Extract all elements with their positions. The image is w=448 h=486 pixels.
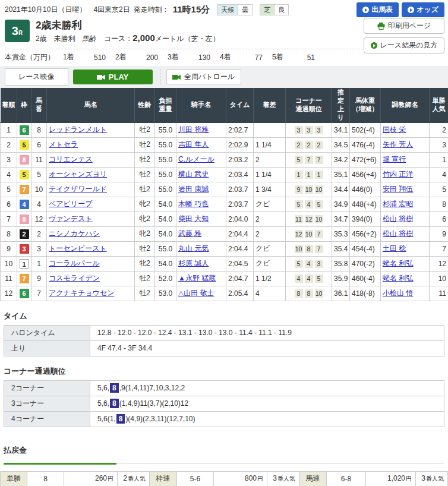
frame-badge: 7: [20, 185, 29, 194]
margin: クビ: [254, 256, 286, 271]
trainer-link[interactable]: 小桧山 悟: [383, 289, 413, 297]
jockey-name: 杉原 誠人: [176, 256, 226, 271]
jockey-link[interactable]: 川田 将雅: [178, 125, 209, 134]
race-name: 2歳未勝利: [36, 20, 220, 31]
trainer-link[interactable]: 堀 宣行: [383, 155, 406, 163]
win-favorite: 2: [430, 122, 448, 137]
race-number: 3: [12, 24, 18, 38]
frame-badge: 3: [17, 241, 31, 256]
trainer-name: 松山 将樹: [381, 212, 430, 226]
prize-place: 1着: [63, 52, 81, 62]
horse-name-link[interactable]: ニシノカケハシ: [49, 229, 100, 238]
horse-number: 5: [31, 167, 47, 182]
jockey-link[interactable]: ▲永野 猛蔵: [178, 274, 216, 282]
sex-age: 牡2: [135, 122, 155, 137]
corner-positions: 1087: [286, 241, 332, 256]
horse-number: 7: [31, 286, 47, 301]
result-guide-button[interactable]: レース結果の見方: [364, 37, 444, 53]
patrol-video-button[interactable]: 全周パトロール: [166, 70, 241, 84]
table-row: 3811コリエンテス牡255.0C.ルメール2:03.2257734.2472(…: [1, 152, 448, 167]
horse-name-link[interactable]: オーシャンズヨリ: [49, 170, 107, 178]
furlong-time-label: ハロンタイム: [4, 325, 90, 340]
trainer-link[interactable]: 蛯名 利弘: [383, 259, 413, 267]
jockey-link[interactable]: △山田 敬士: [178, 289, 214, 297]
horse-number: 9: [31, 271, 47, 286]
table-row: 2コーナー 5,6,8,9(1,4,11)7,10,3,12,2: [4, 380, 444, 396]
corner-position-chip: 2: [295, 141, 303, 149]
trainer-link[interactable]: 松山 将樹: [383, 229, 413, 238]
horse-name-link[interactable]: テイクザワールド: [49, 185, 107, 193]
trainer-link[interactable]: 国枝 栄: [383, 125, 406, 134]
trainer-link[interactable]: 土田 稔: [383, 244, 406, 253]
sex-age: 牡2: [135, 152, 155, 167]
horse-name-link[interactable]: コリエンテス: [49, 155, 93, 163]
print-button-label: 印刷用ページ: [388, 21, 431, 31]
corner-3-label: 3コーナー: [4, 396, 90, 411]
sex-age: 牝2: [135, 256, 155, 271]
final-time: 2:03.2: [226, 152, 254, 167]
horse-name-link[interactable]: メトセラ: [49, 140, 78, 149]
horse-name: テイクザワールド: [47, 182, 135, 197]
horse-name-link[interactable]: ベアビリーブ: [49, 200, 92, 208]
horse-name-link[interactable]: ヴァンデスト: [49, 214, 93, 223]
corner-position-chip: 3: [315, 126, 323, 134]
corner-position-chip: 10: [315, 185, 323, 194]
corner-position-chip: 10: [305, 185, 313, 194]
trainer-link[interactable]: 杉浦 宏昭: [383, 200, 413, 208]
race-video-label: レース映像: [5, 68, 68, 86]
horse-name: コーラルパール: [47, 256, 135, 271]
finish-position: 1: [1, 122, 17, 137]
trainer-name: 矢作 芳人: [381, 137, 430, 152]
trainer-link[interactable]: 矢作 芳人: [383, 140, 413, 149]
horse-name-link[interactable]: アクナキチョウセン: [49, 289, 115, 297]
trainer-link[interactable]: 蛯名 利弘: [383, 274, 413, 282]
margin: 1 3/4: [254, 182, 286, 197]
finish-position: 9: [1, 241, 17, 256]
trainer-link[interactable]: 松山 将樹: [383, 214, 413, 223]
jockey-link[interactable]: 柴田 大知: [178, 214, 209, 223]
horse-name-link[interactable]: コスモライデン: [49, 274, 100, 282]
horse-name-link[interactable]: トーセンビースト: [49, 244, 107, 253]
jockey-link[interactable]: C.ルメール: [178, 155, 214, 163]
trainer-link[interactable]: 竹内 正洋: [383, 170, 413, 178]
jockey-link[interactable]: 岩田 康誠: [178, 185, 209, 193]
final-time: 2:04.4: [226, 241, 254, 256]
jockey-link[interactable]: 武藤 雅: [178, 229, 201, 238]
jockey-link[interactable]: 木幡 巧也: [178, 200, 209, 208]
finish-position: 7: [1, 212, 17, 226]
win-favorite: 9: [430, 226, 448, 241]
jockey-name: △山田 敬士: [176, 286, 226, 301]
jockey-link[interactable]: 杉原 誠人: [178, 259, 209, 267]
divider: [160, 70, 160, 84]
horse-number: 3: [31, 241, 47, 256]
column-header: 単勝 人気: [430, 88, 448, 122]
entries-button[interactable]: 出馬表: [356, 2, 399, 17]
last-3f: 34.1: [332, 122, 350, 137]
win-favorite: 6: [430, 212, 448, 226]
trainer-name: 蛯名 利弘: [381, 256, 430, 271]
jockey-link[interactable]: 丸山 元気: [178, 244, 209, 253]
final-time: 2:03.4: [226, 167, 254, 182]
horse-name: ニシノカケハシ: [47, 226, 135, 241]
final-time: 2:03.7: [226, 182, 254, 197]
jockey-link[interactable]: 横山 武史: [178, 170, 209, 178]
play-button[interactable]: PLAY: [73, 70, 153, 84]
column-header: 着差: [254, 88, 286, 122]
odds-button[interactable]: オッズ: [402, 2, 444, 17]
carried-weight: 54.0: [155, 226, 176, 241]
corner-position-chip: 5: [295, 260, 303, 268]
weather-value: 曇: [238, 5, 252, 15]
trainer-link[interactable]: 安田 翔伍: [383, 185, 413, 193]
table-row: 455オーシャンズヨリ牡255.0横山 武史2:03.41 1/411135.1…: [1, 167, 448, 182]
jockey-link[interactable]: 吉田 隼人: [178, 140, 209, 149]
last-3f: 34.9: [332, 197, 350, 212]
print-button[interactable]: 印刷用ページ: [364, 18, 444, 34]
finish-position: 5: [1, 182, 17, 197]
horse-name-link[interactable]: コーラルパール: [49, 259, 99, 267]
printer-icon: [377, 23, 385, 30]
horse-name-link[interactable]: レッドランメルト: [49, 125, 107, 134]
horse-number: 6: [31, 137, 47, 152]
frame-badge: 4: [17, 197, 31, 212]
divider: [4, 459, 444, 464]
final-time: 2:02.7: [226, 122, 254, 137]
